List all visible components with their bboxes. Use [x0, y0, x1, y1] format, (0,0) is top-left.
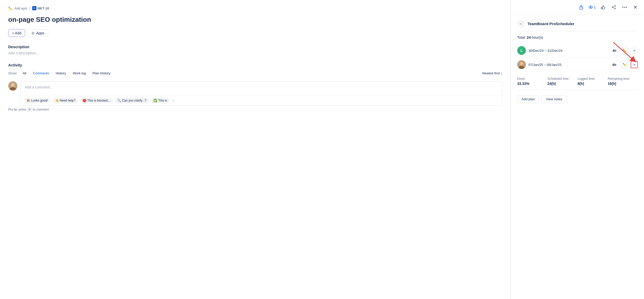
description-placeholder[interactable]: Add a description...	[8, 51, 502, 55]
schedule-dates-2: 07/Jan/25 – 08/Jan/25	[528, 63, 610, 67]
right-panel: 1	[511, 0, 644, 299]
filter-group: Show: All Comments History Work log Plan…	[8, 70, 113, 76]
svg-rect-7	[601, 7, 602, 9]
svg-point-13	[626, 7, 627, 8]
sort-button[interactable]: Newest first ↕	[482, 71, 502, 75]
pencil-icon: ✏️	[8, 6, 12, 10]
back-button[interactable]: ←	[517, 20, 525, 27]
suggestion-clarify[interactable]: 🔍 Can you clarify...?	[115, 98, 149, 103]
add-plan-button[interactable]: Add plan	[517, 95, 539, 103]
ticket-link[interactable]: MKT-16	[32, 6, 49, 10]
svg-point-10	[612, 7, 613, 8]
description-heading: Description	[8, 45, 502, 49]
scheduler-footer: Add plan View notes	[517, 95, 638, 103]
stat-done: Done: 33.33%	[517, 77, 547, 86]
top-toolbar: 1	[511, 0, 644, 15]
comment-input[interactable]: Add a comment...	[21, 82, 502, 95]
suggestion-need-help[interactable]: 👋 Need help?	[53, 98, 78, 103]
filter-all[interactable]: All	[20, 70, 29, 76]
page-title: on-page SEO optimization	[8, 15, 502, 24]
suggestions-more-chevron[interactable]: ›	[173, 98, 174, 103]
scheduler-header: ← TeamBoard ProScheduler	[517, 20, 638, 31]
svg-point-8	[615, 5, 616, 6]
filter-planhistory[interactable]: Plan History	[90, 70, 113, 76]
epic-link[interactable]: Add epic	[14, 6, 27, 10]
add-button[interactable]: + Add	[8, 29, 25, 37]
breadcrumb-separator: /	[29, 6, 30, 10]
schedule-avatar-1: L	[517, 46, 526, 55]
scheduler-panel: ← TeamBoard ProScheduler Total: 24 hour(…	[511, 15, 644, 299]
stats-row: Done: 33.33% Scheduled time: 24(h) Logge…	[517, 77, 638, 90]
schedule-hours-1: 4h	[612, 49, 616, 53]
schedule-row-1: L 30/Dec/24 – 31/Dec/24 4h ✏️ ✕	[517, 44, 638, 58]
activity-filters: Show: All Comments History Work log Plan…	[8, 70, 502, 76]
filter-comments[interactable]: Comments	[30, 70, 52, 76]
schedule-row-2: 07/Jan/25 – 08/Jan/25 8h ✏️ ✕	[517, 58, 638, 72]
delete-schedule-2[interactable]: ✕	[631, 61, 638, 68]
schedule-dates-1: 30/Dec/24 – 31/Dec/24	[528, 49, 610, 53]
show-label: Show:	[8, 71, 17, 75]
user-avatar	[8, 81, 17, 91]
breadcrumb: ✏️ Add epic / MKT-16	[8, 6, 502, 10]
apps-button[interactable]: ⊙ Apps	[28, 29, 48, 37]
delete-schedule-1[interactable]: ✕	[631, 47, 638, 54]
more-icon[interactable]	[621, 4, 628, 11]
comment-suggestions: 🎉 Looks good! 👋 Need help? 🛑 This is blo…	[21, 95, 502, 105]
svg-point-15	[520, 62, 523, 65]
edit-schedule-1[interactable]: ✏️	[621, 47, 628, 54]
stat-logged: Logged time: 8(h)	[578, 77, 608, 86]
eye-badge[interactable]: 1	[588, 5, 596, 9]
comment-area: Add a comment... 🎉 Looks good! 👋 Need he…	[8, 81, 502, 106]
filter-history[interactable]: History	[53, 70, 68, 76]
stat-scheduled: Scheduled time: 24(h)	[547, 77, 578, 86]
filter-worklog[interactable]: Work log	[70, 70, 88, 76]
svg-point-6	[590, 7, 591, 8]
view-notes-button[interactable]: View notes	[542, 95, 566, 103]
share-icon[interactable]	[610, 4, 617, 11]
apps-icon: ⊙	[32, 31, 35, 35]
eye-count: 1	[594, 5, 596, 9]
action-buttons: + Add ⊙ Apps	[8, 29, 502, 37]
activity-heading: Activity	[8, 63, 502, 67]
schedule-hours-2: 8h	[612, 63, 616, 67]
stat-remaining: Remaining time: 16(h)	[608, 77, 638, 86]
svg-point-2	[11, 83, 15, 87]
ticket-id: MKT-16	[37, 6, 49, 10]
shortcut-key: M	[27, 107, 32, 112]
activity-section: Activity Show: All Comments History Work…	[8, 63, 502, 111]
sort-icon: ↕	[501, 71, 503, 75]
description-section: Description Add a description...	[8, 45, 502, 55]
svg-point-9	[615, 8, 616, 9]
suggestion-blocked[interactable]: 🛑 This is blocked...	[80, 98, 112, 103]
sort-label: Newest first	[482, 71, 500, 75]
suggestion-this-is[interactable]: ✅ This is	[151, 98, 170, 103]
close-button[interactable]: ✕	[632, 4, 639, 11]
ticket-icon	[32, 6, 36, 10]
edit-schedule-2[interactable]: ✏️	[621, 61, 628, 68]
thumbs-up-icon[interactable]	[599, 4, 607, 11]
scheduler-title: TeamBoard ProScheduler	[527, 22, 574, 26]
total-hours: Total: 24 hour(s)	[517, 35, 638, 39]
comment-box[interactable]: Add a comment... 🎉 Looks good! 👋 Need he…	[20, 81, 502, 106]
pro-tip: Pro tip: press M to comment	[8, 108, 502, 111]
svg-point-11	[622, 7, 624, 8]
schedule-avatar-2	[517, 60, 526, 69]
svg-point-12	[624, 7, 625, 8]
suggestion-looks-good[interactable]: 🎉 Looks good!	[24, 98, 50, 103]
svg-rect-4	[580, 7, 583, 9]
lock-icon[interactable]	[578, 4, 585, 11]
